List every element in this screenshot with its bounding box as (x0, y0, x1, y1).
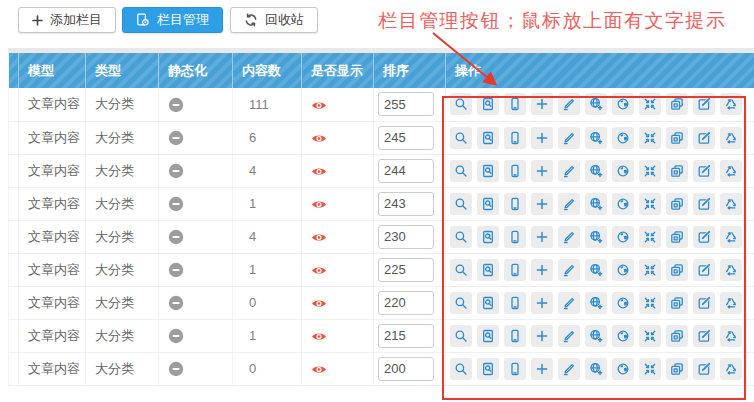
eye-icon[interactable] (311, 133, 327, 144)
recycle-action-button[interactable] (720, 226, 742, 248)
copy-action-button[interactable] (666, 93, 688, 115)
globe-action-button[interactable] (612, 325, 634, 347)
minus-circle-icon[interactable] (168, 361, 184, 377)
sort-input[interactable] (378, 126, 434, 150)
compress-arrows-action-button[interactable] (639, 93, 661, 115)
globe-add-action-button[interactable] (585, 93, 607, 115)
sort-input[interactable] (378, 225, 434, 249)
copy-action-button[interactable] (666, 127, 688, 149)
search-action-button[interactable] (450, 292, 472, 314)
globe-add-action-button[interactable] (585, 259, 607, 281)
plus-action-button[interactable] (531, 127, 553, 149)
mobile-action-button[interactable] (504, 259, 526, 281)
globe-action-button[interactable] (612, 292, 634, 314)
eye-icon[interactable] (311, 364, 327, 375)
file-search-action-button[interactable] (477, 226, 499, 248)
pencil-action-button[interactable] (558, 226, 580, 248)
sort-input[interactable] (378, 192, 434, 216)
minus-circle-icon[interactable] (168, 196, 184, 212)
eye-icon[interactable] (311, 298, 327, 309)
compress-arrows-action-button[interactable] (639, 358, 661, 380)
globe-add-action-button[interactable] (585, 127, 607, 149)
globe-add-action-button[interactable] (585, 292, 607, 314)
file-search-action-button[interactable] (477, 160, 499, 182)
pencil-action-button[interactable] (558, 325, 580, 347)
globe-add-action-button[interactable] (585, 160, 607, 182)
pencil-action-button[interactable] (558, 193, 580, 215)
plus-action-button[interactable] (531, 358, 553, 380)
compress-arrows-action-button[interactable] (639, 193, 661, 215)
globe-action-button[interactable] (612, 93, 634, 115)
compress-arrows-action-button[interactable] (639, 259, 661, 281)
pencil-action-button[interactable] (558, 93, 580, 115)
globe-add-action-button[interactable] (585, 358, 607, 380)
globe-add-action-button[interactable] (585, 193, 607, 215)
pencil-action-button[interactable] (558, 160, 580, 182)
recycle-action-button[interactable] (720, 193, 742, 215)
search-action-button[interactable] (450, 226, 472, 248)
globe-action-button[interactable] (612, 127, 634, 149)
copy-action-button[interactable] (666, 226, 688, 248)
pencil-action-button[interactable] (558, 358, 580, 380)
plus-action-button[interactable] (531, 193, 553, 215)
mobile-action-button[interactable] (504, 292, 526, 314)
sort-input[interactable] (378, 92, 434, 116)
compress-arrows-action-button[interactable] (639, 226, 661, 248)
compress-arrows-action-button[interactable] (639, 325, 661, 347)
eye-icon[interactable] (311, 265, 327, 276)
compress-arrows-action-button[interactable] (639, 292, 661, 314)
file-search-action-button[interactable] (477, 93, 499, 115)
copy-action-button[interactable] (666, 160, 688, 182)
plus-action-button[interactable] (531, 292, 553, 314)
search-action-button[interactable] (450, 358, 472, 380)
pencil-action-button[interactable] (558, 259, 580, 281)
sort-input[interactable] (378, 159, 434, 183)
plus-action-button[interactable] (531, 226, 553, 248)
edit-square-action-button[interactable] (693, 292, 715, 314)
eye-icon[interactable] (311, 232, 327, 243)
eye-icon[interactable] (311, 166, 327, 177)
plus-action-button[interactable] (531, 93, 553, 115)
minus-circle-icon[interactable] (168, 163, 184, 179)
search-action-button[interactable] (450, 93, 472, 115)
recycle-action-button[interactable] (720, 358, 742, 380)
sort-input[interactable] (378, 357, 434, 381)
plus-action-button[interactable] (531, 325, 553, 347)
globe-action-button[interactable] (612, 226, 634, 248)
sort-input[interactable] (378, 324, 434, 348)
copy-action-button[interactable] (666, 259, 688, 281)
mobile-action-button[interactable] (504, 127, 526, 149)
recycle-bin-button[interactable]: 回收站 (230, 7, 318, 33)
mobile-action-button[interactable] (504, 93, 526, 115)
minus-circle-icon[interactable] (168, 328, 184, 344)
search-action-button[interactable] (450, 127, 472, 149)
column-manage-button[interactable]: 栏目管理 (122, 7, 223, 33)
mobile-action-button[interactable] (504, 325, 526, 347)
compress-arrows-action-button[interactable] (639, 160, 661, 182)
recycle-action-button[interactable] (720, 93, 742, 115)
globe-add-action-button[interactable] (585, 226, 607, 248)
recycle-action-button[interactable] (720, 292, 742, 314)
minus-circle-icon[interactable] (168, 97, 184, 113)
sort-input[interactable] (378, 291, 434, 315)
edit-square-action-button[interactable] (693, 259, 715, 281)
globe-action-button[interactable] (612, 259, 634, 281)
eye-icon[interactable] (311, 199, 327, 210)
plus-action-button[interactable] (531, 259, 553, 281)
mobile-action-button[interactable] (504, 160, 526, 182)
file-search-action-button[interactable] (477, 325, 499, 347)
add-column-button[interactable]: 添加栏目 (18, 7, 116, 33)
file-search-action-button[interactable] (477, 358, 499, 380)
edit-square-action-button[interactable] (693, 193, 715, 215)
file-search-action-button[interactable] (477, 193, 499, 215)
sort-input[interactable] (378, 258, 434, 282)
edit-square-action-button[interactable] (693, 160, 715, 182)
file-search-action-button[interactable] (477, 127, 499, 149)
edit-square-action-button[interactable] (693, 358, 715, 380)
edit-square-action-button[interactable] (693, 93, 715, 115)
plus-action-button[interactable] (531, 160, 553, 182)
edit-square-action-button[interactable] (693, 127, 715, 149)
recycle-action-button[interactable] (720, 325, 742, 347)
recycle-action-button[interactable] (720, 259, 742, 281)
edit-square-action-button[interactable] (693, 325, 715, 347)
